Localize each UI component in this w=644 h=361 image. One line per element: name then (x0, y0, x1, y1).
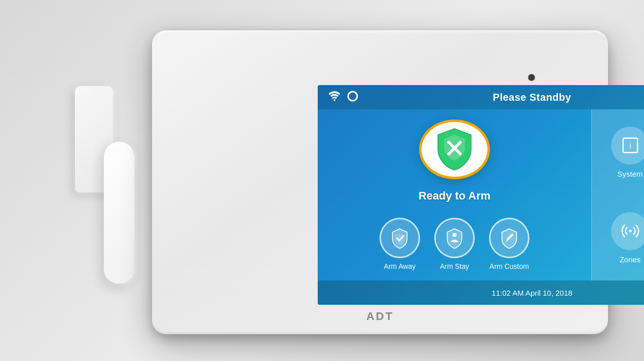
arm-custom-circle (489, 218, 529, 258)
adt-logo: ADT (366, 310, 394, 323)
arm-custom-label: Arm Custom (489, 262, 529, 270)
right-panel: i System (591, 109, 644, 280)
ring-icon (347, 91, 358, 104)
scene: Please Standby (0, 0, 644, 361)
ready-to-arm-text: Ready to Arm (419, 189, 490, 203)
wifi-icon (328, 91, 341, 104)
arm-away-label: Arm Away (384, 262, 416, 270)
tablet-device: Please Standby (152, 30, 608, 334)
arm-buttons: Arm Away (380, 218, 529, 270)
svg-point-0 (333, 99, 335, 101)
sensor-front (104, 142, 134, 284)
arm-stay-button[interactable]: Arm Stay (434, 218, 475, 270)
datetime-text: 11:02 AM April 10, 2018 (318, 289, 644, 297)
svg-point-1 (348, 92, 357, 101)
arm-stay-circle (434, 218, 475, 258)
zones-circle (611, 212, 644, 250)
main-content: Ready to Arm Ar (318, 109, 644, 280)
svg-point-15 (629, 229, 632, 232)
bottom-bar: 11:02 AM April 10, 2018 (318, 280, 644, 305)
arm-custom-button[interactable]: Arm Custom (489, 218, 529, 270)
system-circle: i (611, 127, 644, 165)
zones-label: Zones (620, 255, 641, 264)
screen: Please Standby (318, 85, 644, 305)
shield-button[interactable] (419, 119, 490, 179)
camera (529, 75, 534, 80)
left-panel: Ready to Arm Ar (318, 109, 591, 280)
system-button[interactable]: i System (591, 109, 644, 195)
arm-stay-label: Arm Stay (440, 262, 469, 270)
header-title: Please Standby (358, 92, 644, 103)
status-icons-left (328, 91, 358, 104)
panel-divider (591, 109, 592, 280)
arm-away-circle (380, 218, 420, 258)
system-label: System (617, 170, 642, 178)
svg-text:i: i (629, 141, 631, 150)
zones-button[interactable]: Zones (591, 195, 644, 280)
svg-point-8 (452, 233, 457, 237)
top-bar: Please Standby (318, 85, 644, 109)
arm-away-button[interactable]: Arm Away (380, 218, 420, 270)
